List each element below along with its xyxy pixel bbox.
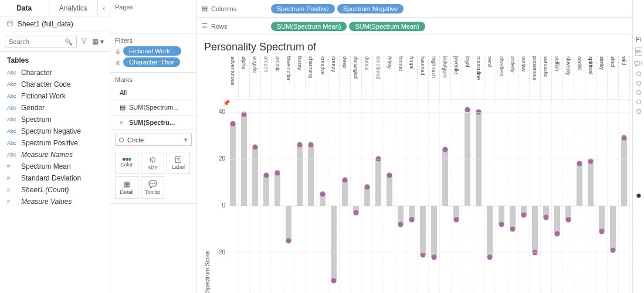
bar[interactable]	[431, 206, 437, 257]
legend-radio[interactable]	[636, 90, 641, 95]
filter-pill[interactable]: Character: Thor	[123, 57, 180, 67]
bar[interactable]	[263, 175, 269, 206]
bar[interactable]	[297, 145, 303, 206]
data-point[interactable]	[353, 210, 358, 216]
rows-shelf[interactable]: ☰Rows SUM(Spectrum Mean)SUM(Spectrum Mea…	[197, 18, 632, 35]
data-point[interactable]	[565, 217, 571, 223]
data-point[interactable]	[398, 222, 403, 227]
legend-radio-selected[interactable]	[636, 193, 641, 198]
bar[interactable]	[387, 175, 392, 206]
data-point[interactable]	[510, 227, 515, 232]
data-point[interactable]	[554, 231, 560, 237]
bar[interactable]	[331, 206, 337, 281]
bar[interactable]	[364, 187, 370, 206]
data-point[interactable]	[577, 161, 582, 166]
bar[interactable]	[588, 161, 594, 206]
field-item[interactable]: AbcGender	[2, 102, 107, 114]
data-point[interactable]	[432, 255, 437, 260]
column-pill[interactable]: Spectrum Positive	[271, 4, 335, 13]
pages-shelf[interactable]: Pages	[110, 0, 196, 33]
row-pill[interactable]: SUM(Spectrum Mean)	[349, 22, 425, 31]
bar[interactable]	[308, 145, 314, 206]
data-point[interactable]	[521, 213, 526, 218]
column-pill[interactable]: Spectrum Negative	[337, 4, 404, 13]
legend-radio[interactable]	[636, 81, 641, 86]
bar[interactable]	[599, 206, 605, 231]
marks-tab-all[interactable]: All	[110, 86, 196, 100]
field-item[interactable]: AbcSpectrum Positive	[2, 137, 107, 149]
field-item[interactable]: AbcFictional Work	[2, 90, 107, 102]
data-point[interactable]	[253, 145, 258, 150]
field-item[interactable]: AbcSpectrum	[2, 114, 107, 125]
search-input-wrap[interactable]: 🔍	[5, 36, 77, 47]
field-item[interactable]: #Spectrum Mean	[2, 161, 107, 172]
mark-size-button[interactable]: ◵Size	[141, 152, 164, 174]
field-item[interactable]: AbcSpectrum Negative	[2, 125, 107, 137]
tab-data[interactable]: Data	[0, 0, 49, 16]
datasource-row[interactable]: Sheet1 (full_data)	[0, 16, 110, 32]
mark-tooltip-button[interactable]: 💬Tooltip	[141, 176, 164, 199]
field-item[interactable]: #Measure Values	[2, 196, 107, 207]
bar[interactable]	[487, 206, 493, 257]
field-item[interactable]: AbcMeasure Names	[2, 149, 107, 161]
field-item[interactable]: #Sheet1 (Count)	[2, 184, 107, 196]
data-point[interactable]	[622, 135, 627, 141]
data-point[interactable]	[231, 121, 236, 127]
legend-radio[interactable]	[636, 71, 641, 76]
columns-shelf[interactable]: ▤Columns Spectrum PositiveSpectrum Negat…	[197, 0, 632, 18]
tab-analytics[interactable]: Analytics	[49, 0, 99, 16]
data-point[interactable]	[499, 222, 504, 227]
filters-shelf[interactable]: Filters ◎Fictional Work: .◎Character: Th…	[110, 33, 196, 73]
bar[interactable]	[274, 173, 280, 206]
data-point[interactable]	[331, 278, 336, 284]
mark-type-dropdown[interactable]: Circle ▾	[115, 134, 192, 146]
bar[interactable]	[252, 147, 258, 206]
collapse-sidebar-icon[interactable]: ‹	[98, 0, 110, 16]
mark-label-button[interactable]: TLabel	[167, 152, 190, 174]
drag-handle-icon[interactable]: ◎	[115, 58, 121, 66]
data-point[interactable]	[342, 178, 347, 183]
marks-tab-circle[interactable]: ○SUM(Spectru...	[110, 115, 196, 130]
bar[interactable]	[286, 206, 292, 241]
data-point[interactable]	[409, 217, 415, 223]
bar[interactable]	[621, 138, 627, 206]
bar[interactable]	[577, 163, 582, 206]
bar[interactable]	[610, 206, 616, 250]
bar[interactable]	[241, 114, 247, 206]
data-point[interactable]	[320, 192, 325, 197]
bar[interactable]	[230, 124, 236, 206]
data-point[interactable]	[275, 171, 280, 176]
bar[interactable]	[442, 149, 448, 206]
data-point[interactable]	[599, 229, 605, 234]
view-options-icon[interactable]: ▦ ▾	[91, 38, 105, 46]
bar[interactable]	[420, 206, 426, 255]
data-point[interactable]	[487, 255, 493, 260]
search-input[interactable]	[9, 38, 65, 45]
mark-color-button[interactable]: Color	[115, 152, 138, 174]
data-point[interactable]	[309, 142, 314, 148]
bar[interactable]	[510, 206, 516, 229]
filter-pill[interactable]: Fictional Work: .	[123, 46, 181, 56]
data-point[interactable]	[443, 147, 448, 152]
marks-tab-bar[interactable]: ▤SUM(Spectrum...	[110, 100, 196, 115]
mark-detail-button[interactable]: ▦Detail	[115, 176, 138, 199]
row-pill[interactable]: SUM(Spectrum Mean)	[271, 22, 347, 31]
data-point[interactable]	[364, 185, 370, 190]
data-point[interactable]	[297, 142, 303, 148]
data-point[interactable]	[387, 173, 392, 178]
data-point[interactable]	[543, 215, 548, 220]
field-item[interactable]: #Standard Deviation	[2, 172, 107, 184]
bar[interactable]	[465, 110, 470, 206]
data-point[interactable]	[454, 217, 459, 223]
bar[interactable]	[342, 180, 348, 206]
legend-radio[interactable]	[636, 100, 641, 104]
field-item[interactable]: AbcCharacter	[2, 67, 107, 79]
legend-radio[interactable]	[636, 109, 641, 114]
field-item[interactable]: AbcCharacter Code	[2, 79, 107, 90]
drag-handle-icon[interactable]: ◎	[115, 47, 121, 55]
bar[interactable]	[532, 206, 538, 253]
filter-icon[interactable]	[79, 38, 89, 46]
data-point[interactable]	[264, 173, 269, 178]
filter-dropdown[interactable]: M	[635, 47, 642, 56]
bar[interactable]	[554, 206, 560, 234]
